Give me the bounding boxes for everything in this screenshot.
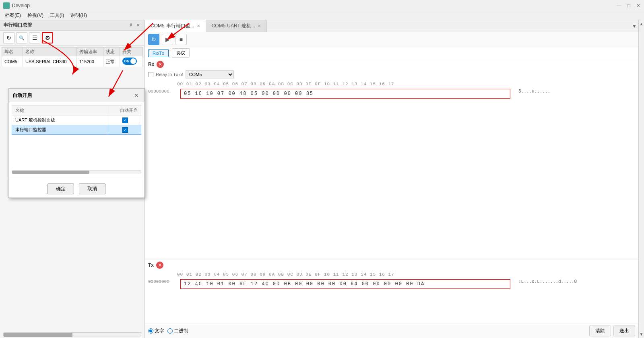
- dialog-content: 名称 自动开启 UART 舵机控制面板 ✓ 串行端口监控器: [8, 102, 144, 180]
- rx-error-button[interactable]: ✕: [157, 61, 164, 68]
- settings-button[interactable]: ⚙: [42, 32, 53, 43]
- dialog-cell-name-2: 串行端口监控器: [12, 125, 109, 135]
- menu-help[interactable]: 说明(H): [67, 11, 90, 20]
- dialog-footer: 确定 取消: [8, 180, 144, 198]
- com-table: 埠名 名称 传输速率 状态 开关 COM5 USB-SERIAL CH340 1…: [2, 47, 143, 67]
- monitor-content: Rx ✕ Relay to Tx of COM5 COM3 COM1 00 01…: [145, 59, 638, 338]
- radio-binary-btn[interactable]: [167, 328, 173, 334]
- main-layout: 串行端口总管 # ✕ ↻ 🔍 ☰ ⚙: [0, 20, 644, 338]
- rx-error-icon: ✕: [158, 62, 162, 67]
- tab-close-2[interactable]: ✕: [258, 24, 261, 28]
- dialog-cell-name-1: UART 舵机控制面板: [12, 115, 109, 125]
- tx-data-box: 12 4C 10 01 00 6F 12 4C 0D 0B 00 00 00 0…: [180, 279, 510, 289]
- tx-hex-row: 00000000 12 4C 10 01 00 6F 12 4C 0D 0B 0…: [148, 279, 635, 289]
- col-port: 埠名: [2, 47, 23, 56]
- rx-label: Rx: [148, 62, 154, 67]
- monitor-play-button[interactable]: ▶: [162, 34, 173, 45]
- tx-error-button[interactable]: ✕: [156, 262, 163, 269]
- tab-com5-monitor[interactable]: COM5-串行端口监... ✕: [145, 20, 206, 32]
- scroll-down-arrow[interactable]: ▼: [639, 331, 644, 337]
- menu-view[interactable]: 检视(V): [24, 11, 47, 20]
- col-name: 名称: [23, 47, 77, 56]
- dialog-row-2: 串行端口监控器 ✓: [12, 125, 141, 135]
- left-panel: 串行端口总管 # ✕ ↻ 🔍 ☰ ⚙: [0, 20, 145, 338]
- cell-switch[interactable]: ON: [120, 56, 143, 67]
- list-icon: ☰: [32, 35, 37, 41]
- col-switch: 开关: [120, 47, 143, 56]
- secondary-toolbar: Rx/Tx 协议: [145, 47, 638, 59]
- send-button[interactable]: 送出: [613, 326, 635, 336]
- dialog-title-text: 自动开启: [12, 92, 32, 99]
- toggle-switch[interactable]: ON: [122, 58, 137, 65]
- checkbox-auto-2[interactable]: ✓: [122, 127, 128, 133]
- dialog-scrollbar[interactable]: [12, 170, 141, 173]
- radio-text[interactable]: 文字: [148, 328, 164, 334]
- rx-data-box: 05 1C 10 07 00 48 05 00 00 00 00 85: [180, 89, 510, 99]
- radio-binary[interactable]: 二进制: [167, 328, 188, 334]
- relay-label: Relay to Tx of: [156, 72, 183, 77]
- radio-group: 文字 二进制: [148, 328, 188, 334]
- auto-start-dialog: 自动开启 ✕ 名称 自动开启 UART 舵机控制面板: [8, 89, 145, 198]
- relay-row: Relay to Tx of COM5 COM3 COM1: [145, 70, 638, 80]
- dialog-ok-button[interactable]: 确定: [47, 183, 74, 194]
- tab-close-1[interactable]: ✕: [197, 24, 200, 28]
- dialog-cell-auto-1[interactable]: ✓: [109, 115, 141, 125]
- dialog-cell-auto-2[interactable]: ✓: [109, 125, 141, 135]
- tab-label-2: COM5-UART 舵机...: [212, 23, 255, 29]
- rx-hex-area: 00000000 05 1C 10 07 00 48 05 00 00 00 0…: [145, 87, 638, 101]
- scroll-up-arrow[interactable]: ▲: [639, 21, 644, 27]
- dialog-cancel-button[interactable]: 取消: [79, 183, 105, 194]
- refresh-icon: ↻: [151, 36, 156, 43]
- left-toolbar: ↻ 🔍 ☰ ⚙: [0, 31, 144, 45]
- maximize-button[interactable]: □: [625, 2, 633, 10]
- action-buttons: 清除 送出: [589, 326, 635, 336]
- checkbox-auto-1[interactable]: ✓: [122, 117, 128, 123]
- menu-tools[interactable]: 工具(I): [47, 11, 67, 20]
- minimize-button[interactable]: —: [615, 2, 623, 10]
- list-button[interactable]: ☰: [29, 32, 40, 43]
- tab-dropdown-arrow[interactable]: ▼: [630, 21, 638, 31]
- rx-ascii: δ....H......: [518, 89, 550, 94]
- relay-select[interactable]: COM5 COM3 COM1: [186, 70, 234, 78]
- rx-offset: 00000000: [148, 89, 180, 94]
- window-controls: — □ ✕: [615, 2, 642, 10]
- tab-com5-uart[interactable]: COM5-UART 舵机... ✕: [206, 20, 267, 32]
- tab-rxtx[interactable]: Rx/Tx: [148, 49, 169, 57]
- dialog-scrollbar-thumb: [12, 171, 89, 174]
- dialog-close-button[interactable]: ✕: [132, 91, 140, 99]
- tx-offset: 00000000: [148, 279, 180, 284]
- window-title: Develop: [12, 3, 641, 8]
- col-status: 状态: [103, 47, 120, 56]
- clear-button[interactable]: 清除: [589, 326, 611, 336]
- tx-section-header: Tx ✕: [145, 260, 638, 270]
- tab-protocol[interactable]: 协议: [172, 48, 190, 58]
- bottom-bar: 文字 二进制 清除 送出: [145, 324, 638, 338]
- panel-header: 串行端口总管 # ✕: [0, 20, 144, 31]
- rx-hex-row: 00000000 05 1C 10 07 00 48 05 00 00 00 0…: [148, 89, 635, 99]
- tx-section: Tx ✕ 00 01 02 03 04 05 06 07 08 09 0A 0B…: [145, 260, 638, 338]
- monitor-stop-button[interactable]: ■: [175, 34, 187, 45]
- tx-hex-columns: 00 01 02 03 04 05 06 07 08 09 0A 0B 0C 0…: [145, 270, 638, 278]
- close-button[interactable]: ✕: [634, 2, 642, 10]
- menu-file[interactable]: 档案(E): [2, 11, 24, 20]
- relay-checkbox[interactable]: [148, 72, 153, 77]
- menu-bar: 档案(E) 检视(V) 工具(I) 说明(H): [0, 11, 644, 20]
- cell-baudrate: 115200: [77, 56, 103, 67]
- tx-spacer: [145, 291, 638, 324]
- dialog-title-bar: 自动开启 ✕: [8, 89, 144, 102]
- radio-binary-label: 二进制: [174, 328, 188, 334]
- cell-status: 正常: [103, 56, 120, 67]
- app-icon: [3, 2, 10, 9]
- play-icon: ▶: [165, 36, 170, 43]
- radio-text-btn[interactable]: [148, 328, 153, 334]
- col-baudrate: 传输速率: [77, 47, 103, 56]
- cell-name: USB-SERIAL CH340: [23, 56, 77, 67]
- left-panel-scrollbar-thumb: [4, 333, 72, 337]
- panel-close-button[interactable]: ✕: [135, 22, 141, 29]
- refresh-button[interactable]: ↻: [3, 32, 14, 43]
- search-button[interactable]: 🔍: [16, 32, 27, 43]
- right-panel: COM5-串行端口监... ✕ COM5-UART 舵机... ✕ ▼ ↻ ▶ …: [145, 20, 638, 338]
- panel-pin-button[interactable]: #: [128, 22, 134, 29]
- dialog-col-auto: 自动开启: [109, 106, 141, 115]
- monitor-refresh-button[interactable]: ↻: [148, 34, 159, 45]
